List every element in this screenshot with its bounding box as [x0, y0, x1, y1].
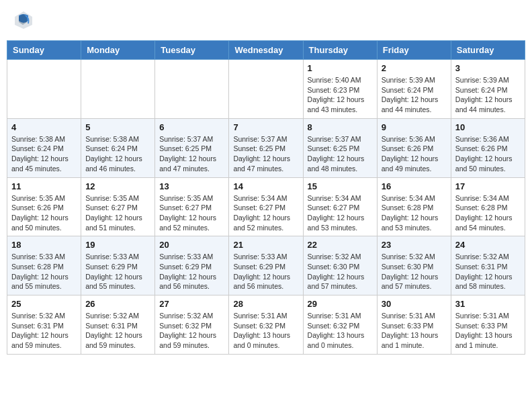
- day-number: 30: [382, 299, 447, 309]
- calendar-cell: 19Sunrise: 5:33 AM Sunset: 6:29 PM Dayli…: [81, 236, 155, 295]
- day-info: Sunrise: 5:38 AM Sunset: 6:24 PM Dayligh…: [85, 134, 150, 174]
- day-number: 24: [455, 240, 521, 250]
- calendar-cell: 24Sunrise: 5:32 AM Sunset: 6:31 PM Dayli…: [451, 236, 525, 295]
- calendar-cell: 2Sunrise: 5:39 AM Sunset: 6:24 PM Daylig…: [377, 60, 451, 119]
- weekday-header-friday: Friday: [377, 41, 451, 60]
- calendar-cell: 26Sunrise: 5:32 AM Sunset: 6:31 PM Dayli…: [81, 295, 155, 355]
- day-number: 6: [159, 122, 224, 132]
- calendar-cell: 30Sunrise: 5:31 AM Sunset: 6:33 PM Dayli…: [377, 295, 451, 355]
- day-number: 10: [455, 122, 521, 132]
- day-number: 1: [308, 63, 373, 73]
- weekday-header-tuesday: Tuesday: [155, 41, 229, 60]
- calendar-week-1: 1Sunrise: 5:40 AM Sunset: 6:23 PM Daylig…: [7, 60, 525, 119]
- day-number: 4: [11, 122, 77, 132]
- day-number: 3: [455, 63, 521, 73]
- day-number: 2: [382, 63, 447, 73]
- weekday-header-wednesday: Wednesday: [229, 41, 303, 60]
- day-number: 21: [233, 240, 298, 250]
- day-info: Sunrise: 5:32 AM Sunset: 6:32 PM Dayligh…: [159, 311, 224, 351]
- day-number: 27: [159, 299, 224, 309]
- calendar-cell: 16Sunrise: 5:34 AM Sunset: 6:28 PM Dayli…: [377, 177, 451, 236]
- day-info: Sunrise: 5:37 AM Sunset: 6:25 PM Dayligh…: [159, 134, 224, 174]
- logo: [13, 10, 36, 30]
- day-info: Sunrise: 5:31 AM Sunset: 6:33 PM Dayligh…: [455, 311, 521, 351]
- calendar-week-5: 25Sunrise: 5:32 AM Sunset: 6:31 PM Dayli…: [7, 295, 525, 355]
- calendar-cell: 13Sunrise: 5:35 AM Sunset: 6:27 PM Dayli…: [155, 177, 229, 236]
- day-number: 25: [11, 299, 77, 309]
- weekday-header-thursday: Thursday: [303, 41, 377, 60]
- calendar-cell: 15Sunrise: 5:34 AM Sunset: 6:27 PM Dayli…: [303, 177, 377, 236]
- day-number: 11: [11, 181, 77, 191]
- calendar-cell: 29Sunrise: 5:31 AM Sunset: 6:32 PM Dayli…: [303, 295, 377, 355]
- calendar-cell: 22Sunrise: 5:32 AM Sunset: 6:30 PM Dayli…: [303, 236, 377, 295]
- day-info: Sunrise: 5:32 AM Sunset: 6:30 PM Dayligh…: [308, 252, 373, 291]
- calendar-cell: 5Sunrise: 5:38 AM Sunset: 6:24 PM Daylig…: [81, 118, 155, 177]
- calendar-week-3: 11Sunrise: 5:35 AM Sunset: 6:26 PM Dayli…: [7, 177, 525, 236]
- day-info: Sunrise: 5:33 AM Sunset: 6:29 PM Dayligh…: [233, 252, 298, 291]
- day-number: 20: [159, 240, 224, 250]
- day-info: Sunrise: 5:35 AM Sunset: 6:26 PM Dayligh…: [11, 193, 77, 233]
- day-number: 26: [85, 299, 150, 309]
- calendar-cell: 10Sunrise: 5:36 AM Sunset: 6:26 PM Dayli…: [451, 118, 525, 177]
- page-header: [7, 7, 525, 34]
- weekday-header-saturday: Saturday: [451, 41, 525, 60]
- day-info: Sunrise: 5:34 AM Sunset: 6:28 PM Dayligh…: [455, 193, 521, 233]
- day-number: 31: [455, 299, 521, 309]
- day-info: Sunrise: 5:37 AM Sunset: 6:25 PM Dayligh…: [308, 134, 373, 174]
- day-number: 12: [85, 181, 150, 191]
- day-number: 29: [308, 299, 373, 309]
- day-info: Sunrise: 5:33 AM Sunset: 6:29 PM Dayligh…: [85, 252, 150, 291]
- day-number: 7: [233, 122, 298, 132]
- day-number: 16: [382, 181, 447, 191]
- calendar-cell: 27Sunrise: 5:32 AM Sunset: 6:32 PM Dayli…: [155, 295, 229, 355]
- day-number: 22: [308, 240, 373, 250]
- day-info: Sunrise: 5:32 AM Sunset: 6:31 PM Dayligh…: [11, 311, 77, 351]
- calendar-cell: 23Sunrise: 5:32 AM Sunset: 6:30 PM Dayli…: [377, 236, 451, 295]
- day-info: Sunrise: 5:31 AM Sunset: 6:32 PM Dayligh…: [233, 311, 298, 351]
- day-number: 23: [382, 240, 447, 250]
- day-number: 19: [85, 240, 150, 250]
- calendar-week-2: 4Sunrise: 5:38 AM Sunset: 6:24 PM Daylig…: [7, 118, 525, 177]
- calendar-cell: 28Sunrise: 5:31 AM Sunset: 6:32 PM Dayli…: [229, 295, 303, 355]
- day-info: Sunrise: 5:32 AM Sunset: 6:31 PM Dayligh…: [455, 252, 521, 291]
- calendar-cell: 4Sunrise: 5:38 AM Sunset: 6:24 PM Daylig…: [7, 118, 81, 177]
- day-info: Sunrise: 5:34 AM Sunset: 6:27 PM Dayligh…: [233, 193, 298, 233]
- day-info: Sunrise: 5:31 AM Sunset: 6:32 PM Dayligh…: [308, 311, 373, 351]
- calendar-cell: [229, 60, 303, 119]
- day-info: Sunrise: 5:37 AM Sunset: 6:25 PM Dayligh…: [233, 134, 298, 174]
- day-info: Sunrise: 5:32 AM Sunset: 6:30 PM Dayligh…: [382, 252, 447, 291]
- calendar-cell: 11Sunrise: 5:35 AM Sunset: 6:26 PM Dayli…: [7, 177, 81, 236]
- calendar-cell: 25Sunrise: 5:32 AM Sunset: 6:31 PM Dayli…: [7, 295, 81, 355]
- day-info: Sunrise: 5:36 AM Sunset: 6:26 PM Dayligh…: [382, 134, 447, 174]
- calendar-cell: 7Sunrise: 5:37 AM Sunset: 6:25 PM Daylig…: [229, 118, 303, 177]
- weekday-header-sunday: Sunday: [7, 41, 81, 60]
- day-number: 18: [11, 240, 77, 250]
- calendar-cell: 20Sunrise: 5:33 AM Sunset: 6:29 PM Dayli…: [155, 236, 229, 295]
- calendar: SundayMondayTuesdayWednesdayThursdayFrid…: [7, 40, 525, 355]
- day-number: 14: [233, 181, 298, 191]
- calendar-cell: 31Sunrise: 5:31 AM Sunset: 6:33 PM Dayli…: [451, 295, 525, 355]
- calendar-cell: [7, 60, 81, 119]
- day-info: Sunrise: 5:36 AM Sunset: 6:26 PM Dayligh…: [455, 134, 521, 174]
- calendar-header-row: SundayMondayTuesdayWednesdayThursdayFrid…: [7, 41, 525, 60]
- day-info: Sunrise: 5:39 AM Sunset: 6:24 PM Dayligh…: [382, 75, 447, 115]
- calendar-cell: 6Sunrise: 5:37 AM Sunset: 6:25 PM Daylig…: [155, 118, 229, 177]
- calendar-cell: 3Sunrise: 5:39 AM Sunset: 6:24 PM Daylig…: [451, 60, 525, 119]
- day-info: Sunrise: 5:34 AM Sunset: 6:27 PM Dayligh…: [308, 193, 373, 233]
- day-info: Sunrise: 5:33 AM Sunset: 6:29 PM Dayligh…: [159, 252, 224, 291]
- day-info: Sunrise: 5:35 AM Sunset: 6:27 PM Dayligh…: [85, 193, 150, 233]
- calendar-cell: [81, 60, 155, 119]
- calendar-cell: 9Sunrise: 5:36 AM Sunset: 6:26 PM Daylig…: [377, 118, 451, 177]
- day-number: 15: [308, 181, 373, 191]
- day-info: Sunrise: 5:33 AM Sunset: 6:28 PM Dayligh…: [11, 252, 77, 291]
- calendar-cell: 1Sunrise: 5:40 AM Sunset: 6:23 PM Daylig…: [303, 60, 377, 119]
- calendar-cell: [155, 60, 229, 119]
- day-info: Sunrise: 5:31 AM Sunset: 6:33 PM Dayligh…: [382, 311, 447, 351]
- day-info: Sunrise: 5:38 AM Sunset: 6:24 PM Dayligh…: [11, 134, 77, 174]
- day-info: Sunrise: 5:32 AM Sunset: 6:31 PM Dayligh…: [85, 311, 150, 351]
- day-info: Sunrise: 5:40 AM Sunset: 6:23 PM Dayligh…: [308, 75, 373, 115]
- day-info: Sunrise: 5:39 AM Sunset: 6:24 PM Dayligh…: [455, 75, 521, 115]
- day-number: 9: [382, 122, 447, 132]
- day-number: 5: [85, 122, 150, 132]
- day-number: 8: [308, 122, 373, 132]
